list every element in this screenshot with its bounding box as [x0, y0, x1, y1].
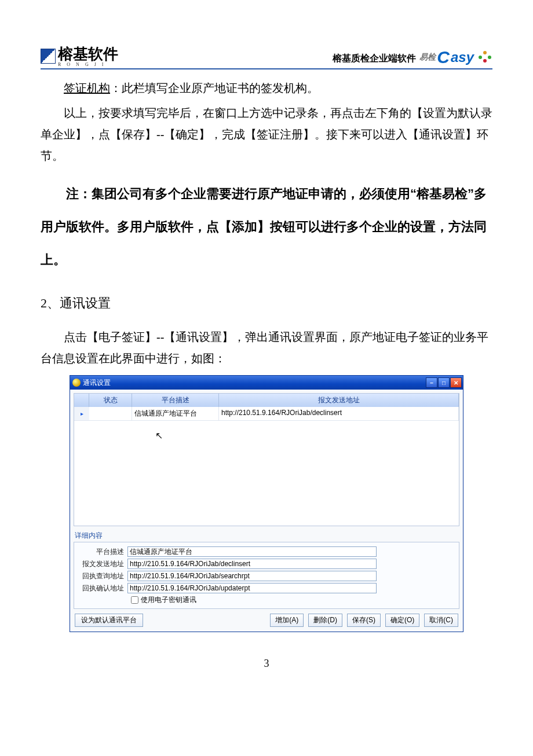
- maximize-button[interactable]: □: [438, 377, 450, 388]
- minimize-button[interactable]: –: [426, 377, 437, 388]
- platform-grid[interactable]: 状态 平台描述 报文发送地址 ▸ 信城通原产地证平台 http://210.51…: [74, 393, 459, 526]
- checkbox-use-ekey[interactable]: [131, 596, 138, 604]
- easy-logo: 易检 C asy: [419, 47, 492, 67]
- label-confirm: 回执确认地址: [78, 583, 127, 593]
- header-product-name: 榕基质检企业端软件: [333, 53, 416, 67]
- para-visa-org-rest: ：此栏填写企业原产地证书的签发机构。: [110, 82, 319, 94]
- row-indicator-icon: ▸: [74, 407, 89, 421]
- checkbox-use-ekey-label: 使用电子密钥通讯: [141, 595, 196, 605]
- swirl-icon: [475, 49, 492, 66]
- page-number: 3: [41, 658, 492, 670]
- input-query[interactable]: [127, 571, 377, 581]
- detail-panel: 平台描述 报文发送地址 回执查询地址 回执确认地址: [74, 542, 459, 609]
- grid-header: 状态 平台描述 报文发送地址: [74, 394, 459, 407]
- save-button[interactable]: 保存(S): [347, 614, 381, 627]
- label-query: 回执查询地址: [78, 571, 127, 581]
- row-desc: 信城通原产地证平台: [132, 407, 219, 421]
- input-send[interactable]: [127, 559, 377, 569]
- detail-section-label: 详细内容: [75, 531, 459, 541]
- input-confirm[interactable]: [127, 583, 377, 593]
- delete-button[interactable]: 删除(D): [308, 614, 342, 627]
- dialog-app-icon: [72, 379, 81, 387]
- page-header: 榕基软件 R O N G J I 榕基质检企业端软件 易检 C asy: [41, 46, 492, 69]
- input-desc[interactable]: [127, 546, 377, 557]
- col-status[interactable]: 状态: [89, 394, 132, 407]
- label-send: 报文发送地址: [78, 559, 127, 569]
- para-visa-org: 签证机构：此栏填写企业原产地证书的签发机构。: [41, 78, 492, 99]
- para-visa-org-lead: 签证机构: [64, 82, 110, 94]
- easy-asy: asy: [451, 49, 474, 65]
- cursor-icon: ↖: [155, 430, 459, 441]
- comm-settings-dialog: 通讯设置 – □ ✕ 状态 平台描述 报文发送地址: [70, 375, 463, 632]
- dialog-title: 通讯设置: [83, 378, 111, 388]
- titlebar[interactable]: 通讯设置 – □ ✕: [70, 376, 463, 390]
- brand-main: 榕基软件: [58, 46, 118, 61]
- brand-logo-icon: [41, 49, 56, 64]
- close-button[interactable]: ✕: [450, 377, 462, 388]
- set-default-button[interactable]: 设为默认通讯平台: [75, 614, 143, 627]
- col-send[interactable]: 报文发送地址: [219, 394, 459, 407]
- easy-cn: 易检: [419, 52, 436, 63]
- para-instructions: 以上，按要求填写完毕后，在窗口上方选中记录条，再点击左下角的【设置为默认录单企业…: [41, 102, 492, 167]
- button-bar: 设为默认通讯平台 增加(A) 删除(D) 保存(S) 确定(O) 取消(C): [74, 614, 459, 627]
- table-row[interactable]: ▸ 信城通原产地证平台 http://210.51.9.164/RJOriJab…: [74, 407, 459, 421]
- add-button[interactable]: 增加(A): [270, 614, 304, 627]
- ok-button[interactable]: 确定(O): [385, 614, 419, 627]
- brand-sub: R O N G J I: [58, 63, 118, 67]
- note-multi-user: 注：集团公司有多个企业需要进行原产地证申请的，必须使用“榕基易检”多用户版软件。…: [41, 177, 492, 277]
- para-comm-settings: 点击【电子签证】--【通讯设置】，弹出通讯设置界面，原产地证电子签证的业务平台信…: [41, 326, 492, 369]
- brand: 榕基软件 R O N G J I: [41, 46, 118, 67]
- cancel-button[interactable]: 取消(C): [424, 614, 458, 627]
- section-heading: 2、通讯设置: [41, 292, 492, 315]
- row-send: http://210.51.9.164/RJOriJab/declinsert: [219, 407, 459, 421]
- label-desc: 平台描述: [78, 547, 127, 557]
- easy-c: C: [437, 47, 450, 67]
- col-desc[interactable]: 平台描述: [132, 394, 219, 407]
- header-right: 榕基质检企业端软件 易检 C asy: [333, 47, 492, 67]
